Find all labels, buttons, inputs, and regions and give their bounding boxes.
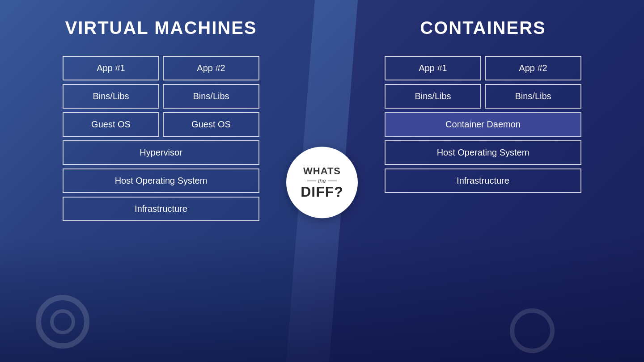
vm-bins1-box: Bins/Libs — [63, 84, 159, 109]
c-bins2-box: Bins/Libs — [485, 84, 581, 109]
c-daemon-box: Container Daemon — [385, 112, 581, 137]
vm-row-apps: App #1 App #2 — [63, 56, 259, 80]
badge-whats-text: WHATS — [303, 166, 341, 177]
vm-hostos-box: Host Operating System — [63, 168, 259, 193]
c-app1-box: App #1 — [385, 56, 481, 80]
c-app2-box: App #2 — [485, 56, 581, 80]
c-infrastructure-box: Infrastructure — [385, 168, 581, 193]
vm-panel: VIRTUAL MACHINES App #1 App #2 Bins/Libs… — [0, 0, 322, 362]
vm-title: VIRTUAL MACHINES — [65, 18, 257, 38]
c-bins1-box: Bins/Libs — [385, 84, 481, 109]
vm-guestos2-box: Guest OS — [163, 112, 259, 137]
vm-row-guestos: Guest OS Guest OS — [63, 112, 259, 137]
vm-app1-box: App #1 — [63, 56, 159, 80]
vm-diagram: App #1 App #2 Bins/Libs Bins/Libs Guest … — [63, 56, 259, 221]
c-row-apps: App #1 App #2 — [385, 56, 581, 80]
badge-the-text: the — [307, 177, 337, 184]
vm-hypervisor-box: Hypervisor — [63, 140, 259, 165]
containers-title: CONTAINERS — [420, 18, 546, 38]
containers-panel: CONTAINERS App #1 App #2 Bins/Libs Bins/… — [322, 0, 644, 362]
vm-bins2-box: Bins/Libs — [163, 84, 259, 109]
vm-row-bins: Bins/Libs Bins/Libs — [63, 84, 259, 109]
vm-infrastructure-box: Infrastructure — [63, 197, 259, 221]
vm-app2-box: App #2 — [163, 56, 259, 80]
badge-diff-text: DIFF? — [301, 185, 343, 199]
c-row-bins: Bins/Libs Bins/Libs — [385, 84, 581, 109]
containers-diagram: App #1 App #2 Bins/Libs Bins/Libs Contai… — [385, 56, 581, 193]
vm-guestos1-box: Guest OS — [63, 112, 159, 137]
whats-the-diff-badge: WHATS the DIFF? — [286, 147, 358, 218]
c-hostos-box: Host Operating System — [385, 140, 581, 165]
